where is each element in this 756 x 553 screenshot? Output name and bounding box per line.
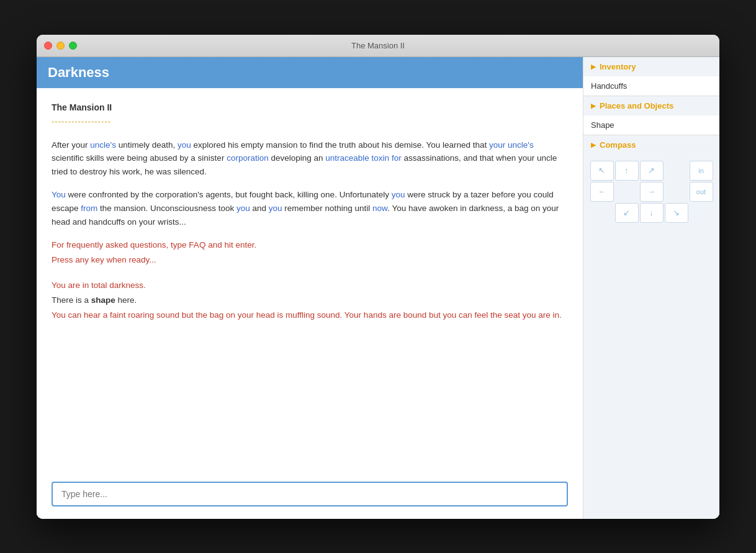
compass-spacer-1 (665, 161, 688, 181)
you-link4[interactable]: you (236, 204, 250, 213)
places-content: Shape (583, 115, 719, 135)
page-title: Darkness (48, 65, 572, 81)
compass-in-button[interactable]: in (690, 161, 713, 181)
minimize-button[interactable] (56, 42, 65, 50)
inventory-label: Inventory (600, 62, 636, 71)
from-link[interactable]: from (81, 204, 97, 213)
shape-pre: There is a (52, 295, 91, 305)
sidebar: ▶ Inventory Handcuffs ▶ Places and Objec… (583, 57, 719, 519)
compass-spacer-2 (665, 182, 688, 202)
corporation-link[interactable]: corporation (227, 153, 269, 163)
maximize-button[interactable] (69, 42, 77, 50)
compass-w-button[interactable]: ← (590, 182, 614, 202)
compass-sw-button[interactable]: ↙ (615, 203, 639, 223)
places-item: Shape (591, 120, 712, 130)
inventory-header[interactable]: ▶ Inventory (583, 57, 719, 76)
places-arrow-icon: ▶ (591, 102, 596, 110)
status-darkness: You are in total darkness. (52, 279, 568, 292)
untraceable-link[interactable]: untraceable (325, 153, 369, 163)
compass-center (615, 182, 639, 202)
you-link3[interactable]: you (392, 190, 405, 199)
compass-n-button[interactable]: ↑ (615, 161, 639, 181)
traffic-lights (44, 42, 77, 50)
close-button[interactable] (44, 42, 52, 50)
you-link2[interactable]: You (52, 190, 66, 199)
your-uncle-link[interactable]: your uncle's (489, 140, 534, 150)
you-link1[interactable]: you (178, 140, 191, 150)
for-link[interactable]: for (392, 153, 402, 163)
inventory-item: Handcuffs (591, 81, 712, 91)
shape-word: shape (91, 295, 115, 305)
command-input[interactable] (52, 482, 568, 506)
now-link[interactable]: now (372, 204, 387, 213)
input-area (37, 474, 583, 519)
uncle-link[interactable]: uncle's (90, 140, 116, 150)
content-area: The Mansion II ------------------ After … (37, 88, 583, 474)
compass-ne-button[interactable]: ↗ (640, 161, 664, 181)
titlebar: The Mansion II (37, 35, 719, 57)
window-title: The Mansion II (351, 41, 405, 50)
faq-text: For frequently asked questions, type FAQ… (52, 238, 568, 252)
compass-e-button[interactable]: → (640, 182, 664, 202)
status-shape: There is a shape here. (52, 294, 568, 307)
inventory-content: Handcuffs (583, 76, 719, 96)
shape-post: here. (115, 295, 137, 305)
toxin-link[interactable]: toxin (372, 153, 390, 163)
confronted-paragraph: You were confronted by the corporation's… (52, 188, 568, 228)
compass-row-3: ↙ ↓ ↘ (615, 203, 688, 223)
inventory-arrow-icon: ▶ (591, 63, 596, 71)
intro-paragraph: After your uncle's untimely death, you e… (52, 138, 568, 179)
app-window: The Mansion II Darkness The Mansion II -… (37, 35, 719, 519)
compass-se-button[interactable]: ↘ (665, 203, 688, 223)
you-link5[interactable]: you (269, 204, 282, 213)
places-header[interactable]: ▶ Places and Objects (583, 96, 719, 115)
window-content: Darkness The Mansion II ----------------… (37, 57, 719, 519)
places-label: Places and Objects (600, 101, 673, 110)
compass-s-button[interactable]: ↓ (640, 203, 664, 223)
compass-row-1: ↖ ↑ ↗ in (590, 161, 713, 181)
header-bar: Darkness (37, 57, 583, 88)
game-title: The Mansion II (52, 101, 568, 114)
main-panel: Darkness The Mansion II ----------------… (37, 57, 583, 519)
game-title-underline: ------------------ (52, 115, 568, 128)
compass-out-button[interactable]: out (690, 182, 713, 202)
compass-section: ▶ Compass ↖ ↑ ↗ in ← (583, 135, 719, 229)
places-section: ▶ Places and Objects Shape (583, 96, 719, 135)
inventory-section: ▶ Inventory Handcuffs (583, 57, 719, 96)
compass-row-2: ← → out (590, 182, 713, 202)
press-key-text: Press any key when ready... (52, 253, 568, 267)
compass-arrow-icon: ▶ (591, 141, 596, 149)
status-sound: You can hear a faint roaring sound but t… (52, 308, 568, 322)
compass-grid: ↖ ↑ ↗ in ← → out (583, 155, 719, 229)
compass-nw-button[interactable]: ↖ (590, 161, 614, 181)
compass-header[interactable]: ▶ Compass (583, 135, 719, 155)
compass-label: Compass (600, 140, 636, 150)
